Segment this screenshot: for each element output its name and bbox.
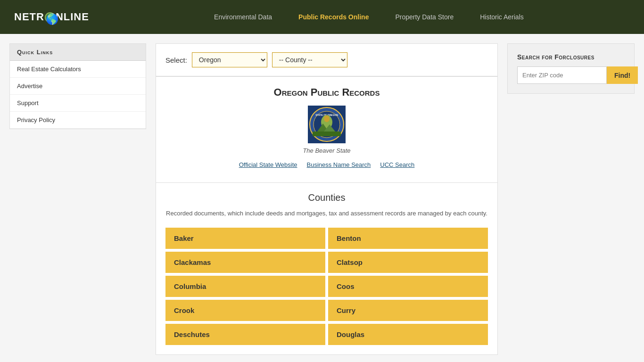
nav-historic-aerials[interactable]: Historic Aerials: [467, 0, 537, 34]
state-select[interactable]: Oregon: [192, 52, 267, 67]
foreclosure-panel: Search for Forclosures Find!: [507, 43, 635, 94]
nav-public-records[interactable]: Public Records Online: [285, 0, 382, 34]
select-bar: Select: Oregon -- County --: [156, 43, 498, 76]
county-select[interactable]: -- County --: [272, 52, 347, 67]
county-button[interactable]: Columbia: [165, 276, 325, 297]
list-item: Advertise: [10, 78, 146, 95]
select-label: Select:: [165, 56, 187, 64]
zip-code-input[interactable]: [517, 66, 607, 84]
globe-icon: 🌎: [45, 12, 55, 23]
county-button[interactable]: Clackamas: [165, 252, 325, 273]
business-name-search-link[interactable]: Business Name Search: [307, 161, 371, 168]
find-foreclosures-button[interactable]: Find!: [607, 66, 638, 84]
nav-environmental-data[interactable]: Environmental Data: [201, 0, 285, 34]
svg-rect-9: [313, 132, 341, 136]
county-button[interactable]: Clatsop: [328, 252, 488, 273]
state-links: Official State Website Business Name Sea…: [165, 161, 488, 168]
state-seal-image: STATE OF OREGON 1859: [308, 106, 346, 143]
counties-title: Counties: [165, 192, 488, 203]
county-button[interactable]: Deschutes: [165, 324, 325, 345]
list-item: Privacy Policy: [10, 112, 146, 129]
advertise-link[interactable]: Advertise: [10, 78, 146, 94]
records-panel: Oregon Public Records STATE OF OREGON 18…: [156, 77, 498, 183]
list-item: Support: [10, 95, 146, 112]
county-button[interactable]: Benton: [328, 228, 488, 249]
support-link[interactable]: Support: [10, 95, 146, 111]
counties-section: Counties Recorded documents, which inclu…: [156, 183, 498, 355]
nav-property-data-store[interactable]: Property Data Store: [382, 0, 467, 34]
site-header: NETR🌎NLINE Environmental Data Public Rec…: [0, 0, 644, 34]
main-nav: Environmental Data Public Records Online…: [108, 0, 630, 34]
official-state-website-link[interactable]: Official State Website: [239, 161, 297, 168]
county-button[interactable]: Baker: [165, 228, 325, 249]
right-sidebar: Search for Forclosures Find!: [507, 43, 635, 355]
counties-grid: BakerBentonClackamasClatsopColumbiaCoosC…: [165, 228, 488, 345]
svg-point-6: [324, 115, 330, 122]
county-button[interactable]: Curry: [328, 300, 488, 321]
content-area: Select: Oregon -- County -- Oregon Publi…: [156, 43, 498, 355]
county-button[interactable]: Coos: [328, 276, 488, 297]
records-title: Oregon Public Records: [165, 86, 488, 99]
quick-links-list: Real Estate Calculators Advertise Suppor…: [10, 61, 146, 129]
real-estate-calculators-link[interactable]: Real Estate Calculators: [10, 61, 146, 77]
left-sidebar: Quick Links Real Estate Calculators Adve…: [9, 43, 146, 355]
foreclosure-input-row: Find!: [517, 66, 625, 84]
county-button[interactable]: Crook: [165, 300, 325, 321]
quick-links-panel: Quick Links Real Estate Calculators Adve…: [9, 43, 146, 129]
privacy-policy-link[interactable]: Privacy Policy: [10, 112, 146, 128]
ucc-search-link[interactable]: UCC Search: [380, 161, 414, 168]
list-item: Real Estate Calculators: [10, 61, 146, 78]
foreclosure-title: Search for Forclosures: [517, 53, 625, 61]
main-container: Quick Links Real Estate Calculators Adve…: [0, 34, 644, 362]
state-nickname: The Beaver State: [165, 147, 488, 154]
counties-description: Recorded documents, which include deeds …: [165, 209, 488, 218]
county-button[interactable]: Douglas: [328, 324, 488, 345]
quick-links-title: Quick Links: [10, 44, 146, 61]
site-logo[interactable]: NETR🌎NLINE: [14, 11, 89, 23]
